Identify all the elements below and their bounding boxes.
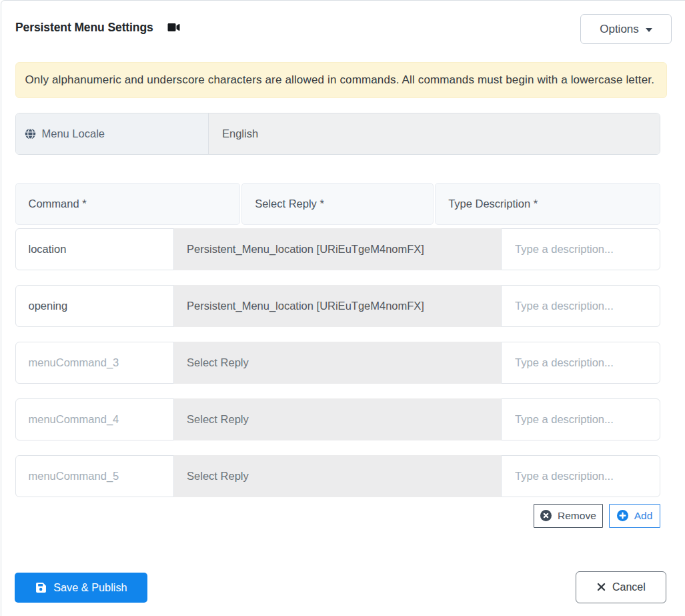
command-input[interactable] [15, 342, 175, 384]
cancel-button[interactable]: Cancel [576, 571, 666, 603]
table-row: Select Reply [15, 342, 661, 384]
page-title: Persistent Menu Settings [15, 19, 153, 35]
select-reply-box[interactable]: Persistent_Menu_location [URiEuTgeM4nomF… [174, 285, 501, 327]
command-input[interactable] [15, 398, 175, 440]
description-input[interactable] [501, 398, 660, 440]
select-reply-box[interactable]: Persistent_Menu_location [URiEuTgeM4nomF… [174, 228, 501, 270]
table-row: Persistent_Menu_location [URiEuTgeM4nomF… [15, 228, 661, 270]
caret-down-icon [646, 28, 652, 32]
table-row: Select Reply [15, 455, 661, 497]
select-reply-box[interactable]: Select Reply [174, 398, 501, 440]
description-input[interactable] [501, 342, 660, 384]
add-button[interactable]: Add [609, 504, 660, 527]
menu-locale-group: Menu Locale English [15, 113, 661, 155]
cancel-button-label: Cancel [612, 581, 646, 593]
menu-locale-label: Menu Locale [16, 113, 209, 154]
save-icon [35, 582, 47, 593]
card-header: Persistent Menu Settings [15, 19, 181, 35]
description-input[interactable] [501, 228, 660, 270]
select-reply-box[interactable]: Select Reply [174, 342, 501, 384]
x-circle-icon [540, 510, 552, 521]
command-input[interactable] [15, 455, 175, 497]
add-button-label: Add [634, 510, 653, 522]
table-header: Command * Select Reply * Type Descriptio… [15, 183, 661, 225]
table-row: Select Reply [15, 398, 661, 440]
persistent-menu-card: Persistent Menu Settings Options Only al… [1, 0, 685, 616]
description-input[interactable] [501, 285, 660, 327]
menu-locale-value[interactable]: English [209, 113, 660, 154]
save-publish-button[interactable]: Save & Publish [15, 573, 147, 603]
plus-circle-icon [617, 510, 628, 521]
menu-locale-value-text: English [222, 127, 258, 140]
remove-button-label: Remove [558, 510, 596, 522]
column-header-select-reply: Select Reply * [241, 183, 434, 225]
select-reply-box[interactable]: Select Reply [174, 455, 501, 497]
video-camera-icon[interactable] [166, 22, 181, 33]
column-header-command: Command * [15, 183, 240, 225]
close-icon [597, 583, 606, 591]
command-input[interactable] [15, 285, 175, 327]
options-button-label: Options [600, 23, 639, 36]
save-publish-button-label: Save & Publish [53, 581, 127, 594]
command-input[interactable] [15, 228, 175, 270]
globe-icon [25, 128, 36, 139]
warning-alert-text: Only alphanumeric and underscore charact… [25, 73, 655, 87]
table-row: Persistent_Menu_location [URiEuTgeM4nomF… [15, 285, 661, 327]
remove-button[interactable]: Remove [534, 504, 603, 527]
options-button[interactable]: Options [580, 14, 672, 44]
description-input[interactable] [501, 455, 660, 497]
warning-alert: Only alphanumeric and underscore charact… [15, 62, 667, 99]
menu-locale-label-text: Menu Locale [42, 127, 105, 140]
column-header-type-description: Type Description * [435, 183, 660, 225]
